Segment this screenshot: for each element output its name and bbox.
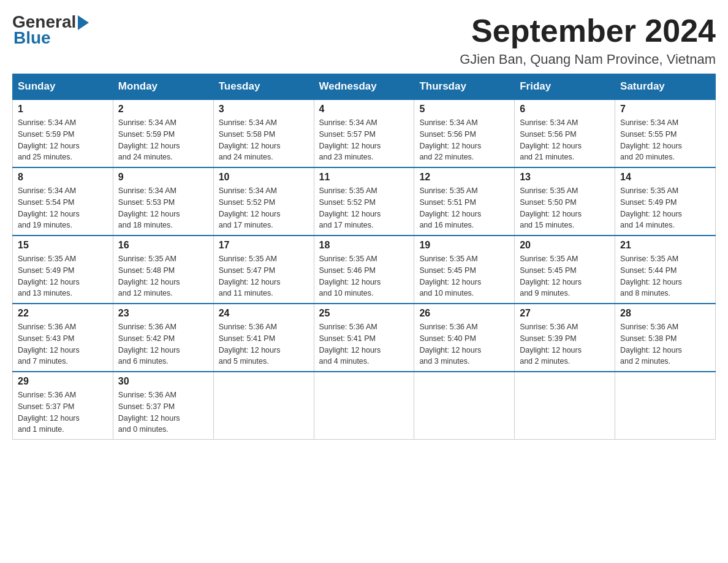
day-number: 19 <box>419 240 509 251</box>
day-info: Sunrise: 5:36 AM Sunset: 5:38 PM Dayligh… <box>620 321 710 367</box>
calendar-cell: 23Sunrise: 5:36 AM Sunset: 5:42 PM Dayli… <box>113 304 213 372</box>
day-info: Sunrise: 5:35 AM Sunset: 5:48 PM Dayligh… <box>118 253 208 299</box>
calendar-cell: 10Sunrise: 5:34 AM Sunset: 5:52 PM Dayli… <box>213 167 314 236</box>
calendar-cell: 16Sunrise: 5:35 AM Sunset: 5:48 PM Dayli… <box>113 236 213 304</box>
header-right: September 2024 GJien Ban, Quang Nam Prov… <box>460 12 716 67</box>
day-info: Sunrise: 5:36 AM Sunset: 5:37 PM Dayligh… <box>118 389 208 435</box>
calendar-week-row: 22Sunrise: 5:36 AM Sunset: 5:43 PM Dayli… <box>13 304 716 372</box>
calendar-cell: 17Sunrise: 5:35 AM Sunset: 5:47 PM Dayli… <box>213 236 314 304</box>
day-number: 27 <box>520 308 610 319</box>
logo-arrow-icon <box>78 15 89 30</box>
calendar-cell <box>213 372 314 440</box>
day-info: Sunrise: 5:35 AM Sunset: 5:47 PM Dayligh… <box>219 253 309 299</box>
day-info: Sunrise: 5:36 AM Sunset: 5:41 PM Dayligh… <box>319 321 409 367</box>
day-info: Sunrise: 5:34 AM Sunset: 5:54 PM Dayligh… <box>18 185 108 231</box>
day-number: 13 <box>520 172 610 183</box>
day-number: 16 <box>118 240 208 251</box>
day-number: 23 <box>118 308 208 319</box>
calendar-week-row: 8Sunrise: 5:34 AM Sunset: 5:54 PM Daylig… <box>13 167 716 236</box>
day-number: 3 <box>219 104 309 115</box>
day-info: Sunrise: 5:34 AM Sunset: 5:56 PM Dayligh… <box>520 117 610 163</box>
day-number: 22 <box>18 308 108 319</box>
day-number: 2 <box>118 104 208 115</box>
calendar-header-monday: Monday <box>113 74 213 100</box>
calendar-header-tuesday: Tuesday <box>213 74 314 100</box>
day-number: 21 <box>620 240 710 251</box>
calendar-cell: 19Sunrise: 5:35 AM Sunset: 5:45 PM Dayli… <box>414 236 515 304</box>
day-number: 4 <box>319 104 409 115</box>
day-info: Sunrise: 5:36 AM Sunset: 5:42 PM Dayligh… <box>118 321 208 367</box>
day-number: 17 <box>219 240 309 251</box>
calendar-header-wednesday: Wednesday <box>314 74 414 100</box>
calendar-cell <box>515 372 615 440</box>
day-info: Sunrise: 5:34 AM Sunset: 5:55 PM Dayligh… <box>620 117 710 163</box>
day-info: Sunrise: 5:34 AM Sunset: 5:59 PM Dayligh… <box>18 117 108 163</box>
calendar-cell: 14Sunrise: 5:35 AM Sunset: 5:49 PM Dayli… <box>615 167 716 236</box>
day-number: 8 <box>18 172 108 183</box>
day-number: 7 <box>620 104 710 115</box>
day-info: Sunrise: 5:34 AM Sunset: 5:59 PM Dayligh… <box>118 117 208 163</box>
calendar-cell: 2Sunrise: 5:34 AM Sunset: 5:59 PM Daylig… <box>113 99 213 167</box>
day-number: 9 <box>118 172 208 183</box>
calendar-cell: 5Sunrise: 5:34 AM Sunset: 5:56 PM Daylig… <box>414 99 515 167</box>
calendar-cell <box>314 372 414 440</box>
day-number: 18 <box>319 240 409 251</box>
day-info: Sunrise: 5:36 AM Sunset: 5:40 PM Dayligh… <box>419 321 509 367</box>
day-info: Sunrise: 5:34 AM Sunset: 5:58 PM Dayligh… <box>219 117 309 163</box>
calendar-cell: 30Sunrise: 5:36 AM Sunset: 5:37 PM Dayli… <box>113 372 213 440</box>
calendar-table: SundayMondayTuesdayWednesdayThursdayFrid… <box>12 74 716 440</box>
day-info: Sunrise: 5:36 AM Sunset: 5:37 PM Dayligh… <box>18 389 108 435</box>
calendar-cell: 9Sunrise: 5:34 AM Sunset: 5:53 PM Daylig… <box>113 167 213 236</box>
day-info: Sunrise: 5:35 AM Sunset: 5:50 PM Dayligh… <box>520 185 610 231</box>
calendar-cell <box>615 372 716 440</box>
calendar-header-thursday: Thursday <box>414 74 515 100</box>
day-number: 28 <box>620 308 710 319</box>
calendar-cell: 12Sunrise: 5:35 AM Sunset: 5:51 PM Dayli… <box>414 167 515 236</box>
day-info: Sunrise: 5:35 AM Sunset: 5:45 PM Dayligh… <box>520 253 610 299</box>
day-info: Sunrise: 5:34 AM Sunset: 5:52 PM Dayligh… <box>219 185 309 231</box>
calendar-cell: 7Sunrise: 5:34 AM Sunset: 5:55 PM Daylig… <box>615 99 716 167</box>
calendar-cell: 18Sunrise: 5:35 AM Sunset: 5:46 PM Dayli… <box>314 236 414 304</box>
day-info: Sunrise: 5:34 AM Sunset: 5:53 PM Dayligh… <box>118 185 208 231</box>
calendar-cell: 15Sunrise: 5:35 AM Sunset: 5:49 PM Dayli… <box>13 236 113 304</box>
calendar-header-sunday: Sunday <box>13 74 113 100</box>
day-info: Sunrise: 5:36 AM Sunset: 5:39 PM Dayligh… <box>520 321 610 367</box>
day-number: 30 <box>118 376 208 387</box>
day-info: Sunrise: 5:35 AM Sunset: 5:49 PM Dayligh… <box>620 185 710 231</box>
day-number: 15 <box>18 240 108 251</box>
day-info: Sunrise: 5:36 AM Sunset: 5:43 PM Dayligh… <box>18 321 108 367</box>
day-number: 12 <box>419 172 509 183</box>
calendar-cell: 4Sunrise: 5:34 AM Sunset: 5:57 PM Daylig… <box>314 99 414 167</box>
day-info: Sunrise: 5:35 AM Sunset: 5:44 PM Dayligh… <box>620 253 710 299</box>
day-info: Sunrise: 5:35 AM Sunset: 5:52 PM Dayligh… <box>319 185 409 231</box>
day-number: 20 <box>520 240 610 251</box>
calendar-cell: 6Sunrise: 5:34 AM Sunset: 5:56 PM Daylig… <box>515 99 615 167</box>
day-info: Sunrise: 5:35 AM Sunset: 5:46 PM Dayligh… <box>319 253 409 299</box>
day-number: 5 <box>419 104 509 115</box>
day-number: 24 <box>219 308 309 319</box>
calendar-cell: 21Sunrise: 5:35 AM Sunset: 5:44 PM Dayli… <box>615 236 716 304</box>
calendar-header-row: SundayMondayTuesdayWednesdayThursdayFrid… <box>13 74 716 100</box>
calendar-cell: 8Sunrise: 5:34 AM Sunset: 5:54 PM Daylig… <box>13 167 113 236</box>
calendar-cell: 25Sunrise: 5:36 AM Sunset: 5:41 PM Dayli… <box>314 304 414 372</box>
day-info: Sunrise: 5:35 AM Sunset: 5:51 PM Dayligh… <box>419 185 509 231</box>
day-number: 6 <box>520 104 610 115</box>
calendar-cell: 24Sunrise: 5:36 AM Sunset: 5:41 PM Dayli… <box>213 304 314 372</box>
day-info: Sunrise: 5:36 AM Sunset: 5:41 PM Dayligh… <box>219 321 309 367</box>
day-number: 11 <box>319 172 409 183</box>
calendar-cell: 26Sunrise: 5:36 AM Sunset: 5:40 PM Dayli… <box>414 304 515 372</box>
calendar-week-row: 15Sunrise: 5:35 AM Sunset: 5:49 PM Dayli… <box>13 236 716 304</box>
calendar-header-friday: Friday <box>515 74 615 100</box>
day-number: 1 <box>18 104 108 115</box>
calendar-cell: 29Sunrise: 5:36 AM Sunset: 5:37 PM Dayli… <box>13 372 113 440</box>
calendar-cell: 22Sunrise: 5:36 AM Sunset: 5:43 PM Dayli… <box>13 304 113 372</box>
calendar-week-row: 1Sunrise: 5:34 AM Sunset: 5:59 PM Daylig… <box>13 99 716 167</box>
logo: General Blue <box>12 12 89 48</box>
calendar-cell: 28Sunrise: 5:36 AM Sunset: 5:38 PM Dayli… <box>615 304 716 372</box>
calendar-week-row: 29Sunrise: 5:36 AM Sunset: 5:37 PM Dayli… <box>13 372 716 440</box>
calendar-cell: 20Sunrise: 5:35 AM Sunset: 5:45 PM Dayli… <box>515 236 615 304</box>
day-info: Sunrise: 5:34 AM Sunset: 5:57 PM Dayligh… <box>319 117 409 163</box>
day-info: Sunrise: 5:35 AM Sunset: 5:45 PM Dayligh… <box>419 253 509 299</box>
day-number: 29 <box>18 376 108 387</box>
day-info: Sunrise: 5:35 AM Sunset: 5:49 PM Dayligh… <box>18 253 108 299</box>
